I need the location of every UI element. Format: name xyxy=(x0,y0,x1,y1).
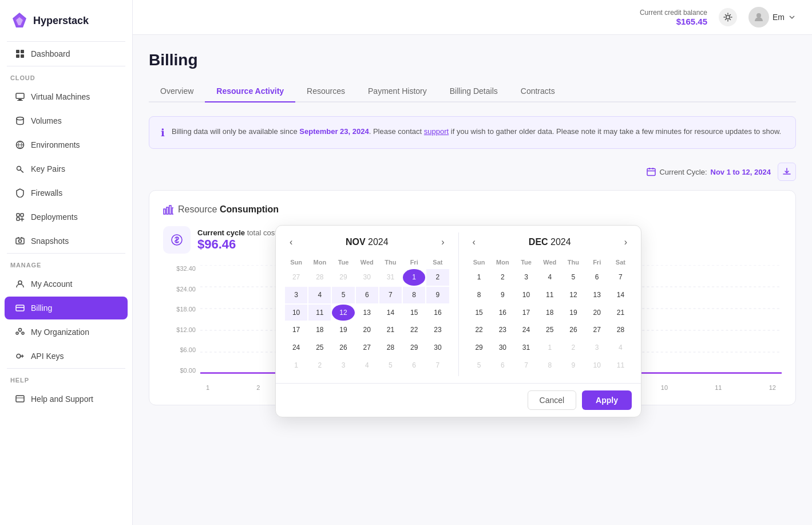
cal-day[interactable]: 10 xyxy=(515,287,537,303)
cal-day[interactable]: 5 xyxy=(468,357,490,374)
cal-day[interactable]: 22 xyxy=(403,322,425,338)
cal-day[interactable]: 28 xyxy=(308,269,331,286)
cal-day[interactable]: 2 xyxy=(492,269,514,286)
sidebar-item-virtual-machines[interactable]: Virtual Machines xyxy=(5,85,128,108)
cal-day[interactable]: 20 xyxy=(586,305,608,321)
cal-day[interactable]: 7 xyxy=(609,269,632,286)
support-link[interactable]: support xyxy=(424,127,449,136)
cal-day[interactable]: 30 xyxy=(492,340,514,356)
cal-day[interactable]: 3 xyxy=(285,287,307,303)
cal-day[interactable]: 2 xyxy=(426,269,449,286)
cal-day[interactable]: 17 xyxy=(285,322,307,338)
cal-day[interactable]: 14 xyxy=(379,305,402,321)
download-button[interactable] xyxy=(778,163,796,181)
cal-day[interactable]: 18 xyxy=(538,305,561,321)
tab-overview[interactable]: Overview xyxy=(149,81,205,102)
cal-day[interactable]: 2 xyxy=(562,340,584,356)
cal-day[interactable]: 1 xyxy=(285,357,307,374)
cal-day[interactable]: 13 xyxy=(356,305,378,321)
cal-day[interactable]: 18 xyxy=(308,322,331,338)
cal-day[interactable]: 6 xyxy=(356,287,378,303)
cal-day[interactable]: 8 xyxy=(468,287,490,303)
cal-day[interactable]: 4 xyxy=(308,287,331,303)
cal-day[interactable]: 12 xyxy=(562,287,584,303)
cal-day[interactable]: 8 xyxy=(538,357,561,374)
tab-contracts[interactable]: Contracts xyxy=(509,81,567,102)
sidebar-item-help-support[interactable]: Help and Support xyxy=(5,388,128,410)
cal-day[interactable]: 11 xyxy=(609,357,632,374)
cal-dec-prev[interactable]: ‹ xyxy=(468,235,480,250)
sidebar-item-key-pairs[interactable]: Key Pairs xyxy=(5,157,128,180)
cal-day[interactable]: 11 xyxy=(308,305,331,321)
tab-payment-history[interactable]: Payment History xyxy=(357,81,438,102)
cal-day[interactable]: 5 xyxy=(379,357,402,374)
sidebar-item-firewalls[interactable]: Firewalls xyxy=(5,181,128,204)
cal-day[interactable]: 28 xyxy=(379,340,402,356)
cal-day[interactable]: 31 xyxy=(379,269,402,286)
cal-day[interactable]: 10 xyxy=(586,357,608,374)
cal-day[interactable]: 6 xyxy=(586,269,608,286)
sidebar-item-deployments[interactable]: Deployments xyxy=(5,206,128,228)
sidebar-item-volumes[interactable]: Volumes xyxy=(5,109,128,132)
apply-button[interactable]: Apply xyxy=(582,390,632,410)
cal-day[interactable]: 22 xyxy=(468,322,490,338)
cal-day[interactable]: 6 xyxy=(403,357,425,374)
cal-dec-next[interactable]: › xyxy=(620,235,632,250)
cal-day[interactable]: 19 xyxy=(332,322,354,338)
cal-day[interactable]: 4 xyxy=(538,269,561,286)
cal-day[interactable]: 16 xyxy=(492,305,514,321)
cal-day[interactable]: 19 xyxy=(562,305,584,321)
cal-day-selected-start[interactable]: 1 xyxy=(403,269,425,286)
cal-day[interactable]: 21 xyxy=(609,305,632,321)
cal-day[interactable]: 5 xyxy=(332,287,354,303)
sidebar-item-billing[interactable]: Billing xyxy=(5,297,128,319)
cal-day[interactable]: 27 xyxy=(586,322,608,338)
cal-day[interactable]: 13 xyxy=(586,287,608,303)
cal-day[interactable]: 4 xyxy=(356,357,378,374)
cal-day[interactable]: 28 xyxy=(609,322,632,338)
cancel-button[interactable]: Cancel xyxy=(528,390,577,410)
cal-day[interactable]: 29 xyxy=(468,340,490,356)
sidebar-item-my-account[interactable]: My Account xyxy=(5,273,128,295)
cal-day[interactable]: 15 xyxy=(403,305,425,321)
cal-day[interactable]: 15 xyxy=(468,305,490,321)
cal-day[interactable]: 8 xyxy=(403,287,425,303)
tab-resources[interactable]: Resources xyxy=(295,81,357,102)
cal-day[interactable]: 30 xyxy=(426,340,449,356)
cal-day[interactable]: 24 xyxy=(285,340,307,356)
cal-day[interactable]: 26 xyxy=(562,322,584,338)
cal-day[interactable]: 6 xyxy=(492,357,514,374)
cal-day[interactable]: 9 xyxy=(426,287,449,303)
cal-nov-next[interactable]: › xyxy=(437,235,449,250)
cal-day[interactable]: 16 xyxy=(426,305,449,321)
cal-day[interactable]: 11 xyxy=(538,287,561,303)
cal-day[interactable]: 4 xyxy=(609,340,632,356)
cal-day[interactable]: 14 xyxy=(609,287,632,303)
cal-day[interactable]: 9 xyxy=(562,357,584,374)
cal-day-selected-end[interactable]: 12 xyxy=(332,305,354,321)
cal-day[interactable]: 29 xyxy=(332,269,354,286)
cal-day[interactable]: 20 xyxy=(356,322,378,338)
cal-day[interactable]: 30 xyxy=(356,269,378,286)
user-menu[interactable]: Em xyxy=(748,7,796,27)
sidebar-item-my-organization[interactable]: My Organization xyxy=(5,321,128,344)
cal-day[interactable]: 1 xyxy=(468,269,490,286)
sidebar-item-api-keys[interactable]: API Keys xyxy=(5,345,128,368)
cal-day[interactable]: 21 xyxy=(379,322,402,338)
sidebar-item-environments[interactable]: Environments xyxy=(5,133,128,156)
tab-resource-activity[interactable]: Resource Activity xyxy=(205,81,295,102)
cal-day[interactable]: 10 xyxy=(285,305,307,321)
cal-day[interactable]: 3 xyxy=(332,357,354,374)
cal-day[interactable]: 27 xyxy=(356,340,378,356)
cal-day[interactable]: 1 xyxy=(538,340,561,356)
cal-day[interactable]: 2 xyxy=(308,357,331,374)
theme-toggle-button[interactable] xyxy=(719,8,737,26)
sidebar-item-snapshots[interactable]: Snapshots xyxy=(5,230,128,252)
cal-day[interactable]: 9 xyxy=(492,287,514,303)
cal-day[interactable]: 23 xyxy=(426,322,449,338)
cal-day[interactable]: 7 xyxy=(515,357,537,374)
tab-billing-details[interactable]: Billing Details xyxy=(438,81,509,102)
cal-day[interactable]: 3 xyxy=(586,340,608,356)
cal-day[interactable]: 24 xyxy=(515,322,537,338)
cal-day[interactable]: 17 xyxy=(515,305,537,321)
